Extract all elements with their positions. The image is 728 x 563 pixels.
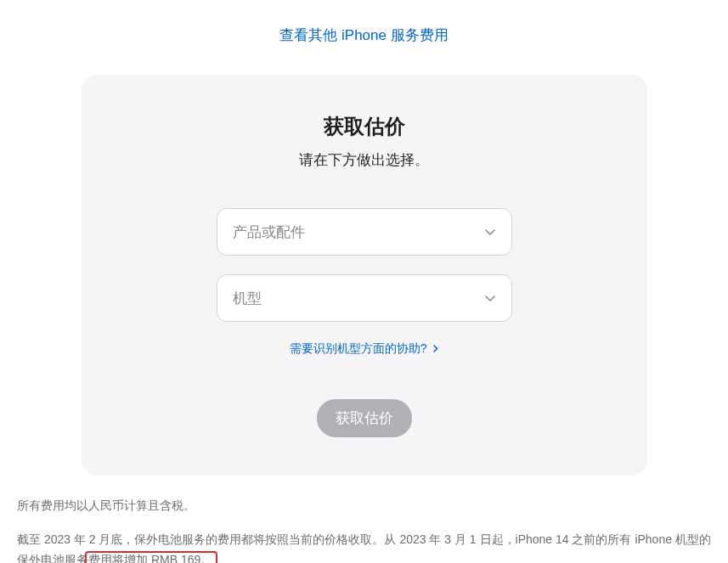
top-link-container: 查看其他 iPhone 服务费用	[8, 25, 720, 45]
identify-model-help-link[interactable]: 需要识别机型方面的协助?	[290, 341, 439, 355]
model-dropdown-wrapper: 机型	[217, 274, 512, 322]
help-link-container: 需要识别机型方面的协助?	[124, 341, 605, 357]
estimate-card: 获取估价 请在下方做出选择。 产品或配件 机型 需要识别机型方面的协助?	[82, 75, 647, 476]
footer-note-1: 所有费用均以人民币计算且含税。	[17, 496, 711, 516]
price-increase-highlight: 费用将增加 RMB 169。	[88, 553, 212, 563]
chevron-down-icon	[484, 226, 496, 238]
footer-note-2: 截至 2023 年 2 月底，保外电池服务的费用都将按照当前的价格收取。从 20…	[17, 530, 711, 563]
footer: 所有费用均以人民币计算且含税。 截至 2023 年 2 月底，保外电池服务的费用…	[17, 476, 711, 563]
help-link-text: 需要识别机型方面的协助?	[290, 341, 427, 355]
product-dropdown-placeholder: 产品或配件	[233, 222, 305, 242]
card-subtitle: 请在下方做出选择。	[124, 150, 605, 170]
product-dropdown[interactable]: 产品或配件	[217, 208, 512, 256]
chevron-right-icon	[433, 341, 438, 355]
model-dropdown-placeholder: 机型	[233, 289, 262, 308]
footer-highlight-text: 费用将增加 RMB 169。	[88, 553, 212, 563]
model-dropdown[interactable]: 机型	[217, 274, 512, 322]
get-estimate-button[interactable]: 获取估价	[317, 399, 412, 437]
card-title: 获取估价	[124, 113, 605, 140]
view-other-services-link[interactable]: 查看其他 iPhone 服务费用	[279, 27, 448, 43]
product-dropdown-wrapper: 产品或配件	[217, 208, 512, 256]
chevron-down-icon	[484, 292, 496, 304]
